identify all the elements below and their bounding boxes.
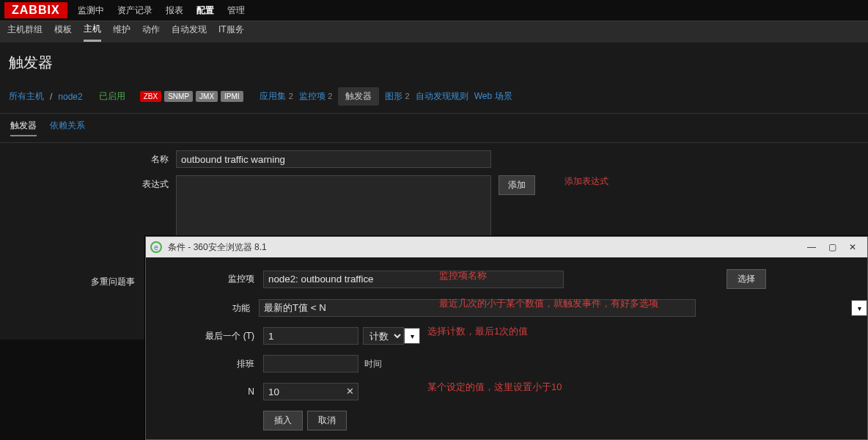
cancel-button[interactable]: 取消 [307,411,347,430]
topnav-config[interactable]: 配置 [196,4,214,17]
annot-func: 最近几次的小于某个数值，就触发事件，有好多选项 [439,297,658,310]
last-t-input[interactable] [263,327,358,345]
breadcrumb-allhosts[interactable]: 所有主机 [9,90,44,103]
label-item: 监控项 [146,273,263,285]
label-function: 功能 [146,302,259,315]
subnav-hostgroups[interactable]: 主机群组 [7,23,43,40]
last-t-unit-dropdown-icon[interactable]: ▾ [404,328,420,344]
clear-n-icon[interactable]: ✕ [344,385,356,397]
topnav-inventory[interactable]: 资产记录 [117,4,152,17]
window-minimize-button[interactable]: — [801,240,822,254]
pill-ipmi: IPMI [221,91,243,102]
breadcrumb-sep: / [50,92,52,102]
hosttab-items[interactable]: 监控项 2 [299,90,332,103]
breadcrumb-host[interactable]: node2 [58,92,82,102]
status-enabled: 已启用 [99,90,125,103]
subnav-itservices[interactable]: IT服务 [218,23,244,40]
innertab-trigger[interactable]: 触发器 [10,120,37,136]
trigger-name-input[interactable] [176,150,491,168]
subnav-templates[interactable]: 模板 [54,23,72,40]
label-shift: 排班 [146,358,263,370]
label-name: 名称 [0,150,176,166]
annot-item: 监控项名称 [439,269,487,282]
shift-unit-label: 时间 [363,358,382,370]
add-expression-button[interactable]: 添加 [499,175,535,195]
annot-last: 选择计数，最后1次的值 [427,325,528,338]
modal-title: 条件 - 360安全浏览器 8.1 [168,241,267,254]
annotation-add-expr: 添加表达式 [564,175,608,188]
topnav-reports[interactable]: 报表 [166,4,183,17]
annot-n: 某个设定的值，这里设置小于10 [427,381,562,394]
modal-titlebar[interactable]: e 条件 - 360安全浏览器 8.1 — ▢ ✕ [146,237,867,257]
insert-button[interactable]: 插入 [263,411,303,430]
label-last: 最后一个 (T) [146,330,263,342]
condition-modal: e 条件 - 360安全浏览器 8.1 — ▢ ✕ 监控项 选择 功能 ▾ [145,236,868,440]
top-nav: 监测中 资产记录 报表 配置 管理 [78,4,245,17]
pill-jmx: JMX [196,91,218,102]
label-n: N [146,386,263,397]
shift-input[interactable] [263,355,358,373]
logo: ZABBIX [4,2,67,18]
window-close-button[interactable]: ✕ [842,240,863,254]
hosttab-graphs[interactable]: 图形 2 [385,90,409,103]
page-title: 触发器 [0,43,868,81]
label-expression: 表达式 [0,175,176,191]
subnav-maintenance[interactable]: 维护 [113,23,130,40]
subnav-actions[interactable]: 动作 [142,23,160,40]
item-input[interactable] [263,271,564,288]
topnav-monitoring[interactable]: 监测中 [78,4,104,17]
window-maximize-button[interactable]: ▢ [822,240,842,254]
pill-snmp: SNMP [164,91,193,102]
innertab-dependency[interactable]: 依赖关系 [50,120,85,136]
browser-favicon-icon: e [150,241,162,253]
hosttab-discovery[interactable]: 自动发现规则 [416,90,468,103]
function-dropdown-icon[interactable]: ▾ [851,300,867,316]
subnav-hosts[interactable]: 主机 [84,23,101,42]
breadcrumb: 所有主机 / node2 已启用 ZBX SNMP JMX IPMI 应用集 2… [0,81,868,113]
subnav-discovery[interactable]: 自动发现 [172,23,207,40]
label-multi: 多重问题事 [0,273,142,288]
pill-zbx: ZBX [140,91,161,102]
hosttab-web[interactable]: Web 场景 [474,90,512,103]
hosttab-applications[interactable]: 应用集 2 [260,90,293,103]
last-t-unit-select[interactable]: 计数 [363,327,404,345]
topnav-admin[interactable]: 管理 [227,4,245,17]
hosttab-triggers[interactable]: 触发器 [338,87,379,106]
select-item-button[interactable]: 选择 [727,269,766,289]
